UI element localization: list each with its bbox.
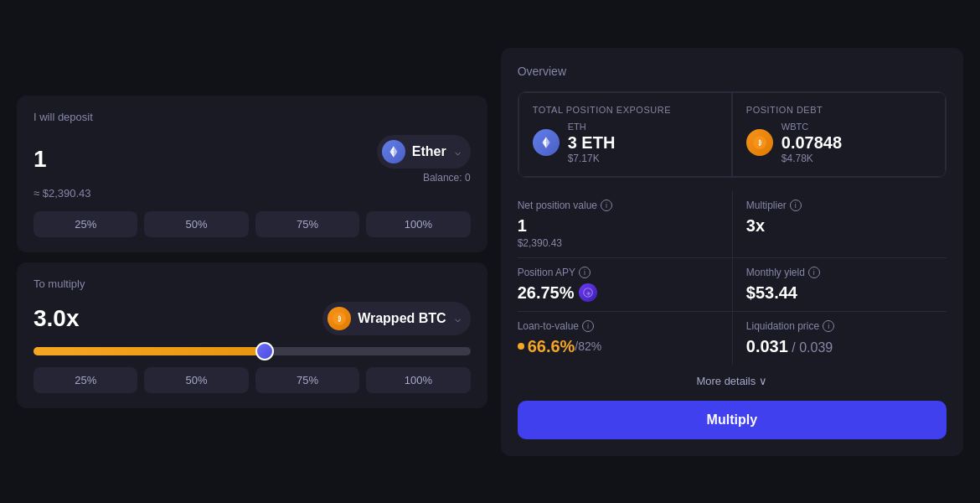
debt-amount: 0.07848 [781,133,842,153]
deposit-amount: 1 [34,146,47,173]
debt-ticker: WBTC [781,122,842,132]
liquidation-label: Liquidation price i [746,320,946,332]
defi-badge-icon: ◈ [579,283,597,302]
deposit-card: I will deposit 1 Ether [17,96,487,252]
multiply-100-button[interactable]: 100% [366,367,470,393]
liquidation-info-icon: i [823,320,834,332]
deposit-percent-buttons: 25% 50% 75% 100% [34,211,471,237]
net-position-value: 1 [518,216,719,236]
multiply-50-button[interactable]: 50% [144,367,248,393]
deposit-label: I will deposit [34,111,471,123]
deposit-75-button[interactable]: 75% [255,211,359,237]
overview-panel: Overview Total position exposure ETH [501,48,963,456]
more-details-button[interactable]: More details ∨ [518,365,946,394]
slider-fill [34,347,265,355]
apy-info-icon: i [579,267,591,278]
debt-amounts: WBTC 0.07848 $4.78K [781,122,842,164]
slider-thumb [255,342,274,360]
multiply-percent-buttons: 25% 50% 75% 100% [34,367,471,393]
ltv-row: 66.6% /82% [518,337,719,356]
position-apy-metric: Position APY i 26.75% ◈ [518,258,732,312]
exposure-eth-svg [539,135,554,150]
liquidation-metric: Liquidation price i 0.031 / 0.039 [732,312,946,365]
debt-usd: $4.78K [781,153,842,164]
left-panel: I will deposit 1 Ether [17,96,487,408]
position-grid: Total position exposure ETH 3 ETH $7 [518,91,946,178]
deposit-50-button[interactable]: 50% [144,211,248,237]
deposit-25-button[interactable]: 25% [34,211,137,237]
btc-token-icon: ₿ [328,307,351,330]
monthly-yield-label: Monthly yield i [746,267,946,278]
exposure-eth-icon [533,129,560,156]
ltv-dot-icon [518,343,524,350]
multiplier-info-icon: i [790,200,802,211]
more-details-chevron-icon: ∨ [759,375,767,387]
exposure-cell: Total position exposure ETH 3 ETH $7 [518,92,732,177]
overview-title: Overview [518,65,946,78]
multiply-top-row: 3.0x ₿ Wrapped BTC ⌵ [34,302,471,335]
multiply-token-name: Wrapped BTC [358,311,446,326]
exposure-usd: $7.17K [568,153,616,164]
multiply-button[interactable]: Multiply [518,401,946,439]
debt-cell: Position debt ₿ WBTC 0.07848 $4.78K [732,92,946,177]
debt-btc-icon: ₿ [746,129,773,156]
ltv-value: 66.6% [528,337,575,356]
multiplier-label: Multiplier i [746,200,946,211]
eth-svg-icon [386,144,401,159]
net-position-metric: Net position value i 1 $2,390.43 [518,191,732,258]
multiply-card: To multiply 3.0x ₿ Wrapped BTC ⌵ 2 [17,262,487,408]
btc-svg-icon: ₿ [332,311,347,326]
deposit-100-button[interactable]: 100% [366,211,470,237]
multiply-token-selector[interactable]: ₿ Wrapped BTC ⌵ [322,302,470,335]
debt-content: ₿ WBTC 0.07848 $4.78K [746,122,931,164]
net-position-usd: $2,390.43 [518,237,719,249]
deposit-usd: ≈ $2,390.43 [34,187,471,200]
metrics-section: Net position value i 1 $2,390.43 Multipl… [518,191,946,365]
liq-secondary: / 0.039 [792,340,833,355]
multiply-25-button[interactable]: 25% [34,367,137,393]
exposure-amounts: ETH 3 ETH $7.17K [568,122,616,164]
ltv-max: /82% [575,340,601,353]
exposure-content: ETH 3 ETH $7.17K [533,122,718,164]
multiply-75-button[interactable]: 75% [255,367,359,393]
net-position-label: Net position value i [518,200,719,211]
token-chevron-icon: ⌵ [455,146,461,158]
multiplier-value: 3x [746,216,946,236]
token-name: Ether [412,144,446,159]
liq-value: 0.031 [746,337,788,355]
monthly-yield-info-icon: i [808,267,820,278]
exposure-amount: 3 ETH [568,133,616,153]
debt-btc-svg: ₿ [752,135,767,150]
svg-text:◈: ◈ [586,290,591,296]
monthly-yield-value: $53.44 [746,283,946,303]
multiplier-metric: Multiplier i 3x [732,191,946,258]
slider-track [34,347,471,355]
multiply-chevron-icon: ⌵ [455,313,461,324]
deposit-top-row: 1 Ether ⌵ [34,135,471,184]
ltv-metric: Loan-to-value i 66.6% /82% [518,312,732,365]
ltv-label: Loan-to-value i [518,320,719,332]
debt-header: Position debt [746,105,931,115]
ltv-info-icon: i [582,320,594,332]
balance-text: Balance: 0 [423,172,471,184]
token-selector[interactable]: Ether ⌵ [377,135,471,169]
position-apy-label: Position APY i [518,267,719,278]
multiply-slider[interactable] [34,347,471,355]
eth-token-icon [382,140,405,163]
exposure-ticker: ETH [568,122,616,132]
monthly-yield-metric: Monthly yield i $53.44 [732,258,946,312]
multiply-value: 3.0x [34,305,80,332]
liquidation-row: 0.031 / 0.039 [746,337,946,356]
multiply-label: To multiply [34,277,471,290]
position-apy-value: 26.75% [518,283,575,303]
exposure-header: Total position exposure [533,105,718,115]
net-position-info-icon: i [601,200,612,211]
apy-row: 26.75% ◈ [518,283,719,303]
